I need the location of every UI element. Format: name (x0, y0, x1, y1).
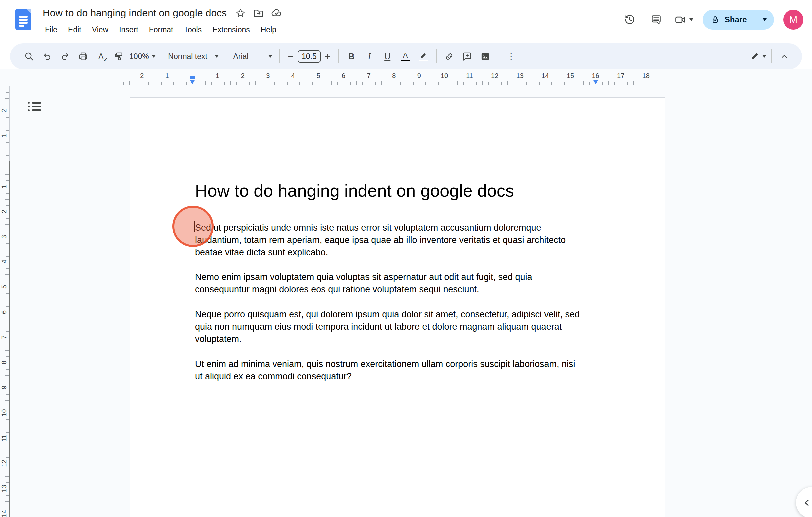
minus-icon: − (288, 51, 294, 61)
italic-button[interactable]: I (360, 49, 378, 64)
font-select[interactable]: Arial (230, 49, 276, 64)
paragraphs: Sed ut perspiciatis unde omnis iste natu… (195, 221, 598, 383)
h-ruler-number: 1 (216, 72, 219, 80)
spelling-check-button[interactable]: A ✓ (92, 49, 110, 64)
highlighter-icon (419, 52, 428, 61)
underline-button[interactable]: U (378, 49, 396, 64)
document-page[interactable]: How to do hanging indent on google docs … (130, 97, 665, 517)
join-call-button[interactable] (674, 14, 693, 26)
link-icon (444, 51, 454, 62)
menu-edit[interactable]: Edit (65, 24, 84, 36)
menu-insert[interactable]: Insert (116, 24, 141, 36)
toolbar-separator (498, 49, 499, 63)
h-ruler-number: 2 (140, 72, 144, 80)
header-actions: Share M (621, 9, 803, 31)
menu-extensions[interactable]: Extensions (209, 24, 253, 36)
h-ruler-number: 16 (592, 72, 599, 80)
paragraph-style-select[interactable]: Normal text (165, 49, 222, 64)
highlight-color-button[interactable] (414, 49, 432, 64)
document-title[interactable]: How to do hanging indent on google docs (43, 7, 227, 19)
page-content: How to do hanging indent on google docs … (130, 98, 665, 383)
v-ruler-number: 5 (0, 283, 8, 291)
right-indent-marker[interactable] (593, 80, 598, 84)
editing-mode-button[interactable] (748, 49, 768, 64)
comments-button[interactable] (648, 11, 665, 28)
v-ruler-number: 12 (0, 459, 8, 467)
toolbar-separator (226, 49, 226, 63)
zoom-value: 100% (129, 52, 149, 61)
insert-link-button[interactable] (440, 49, 458, 64)
first-line-indent-marker[interactable] (190, 75, 195, 79)
v-ruler-number: 2 (0, 107, 8, 115)
google-docs-app: How to do hanging indent on google docs … (0, 0, 812, 517)
star-button[interactable] (234, 7, 246, 19)
star-icon (235, 8, 246, 19)
font-value: Arial (233, 52, 248, 61)
version-history-button[interactable] (621, 11, 638, 28)
menu-file[interactable]: File (42, 24, 60, 36)
h-ruler-number: 2 (241, 72, 245, 80)
outline-icon (28, 102, 41, 103)
v-ruler-number: 8 (0, 359, 8, 366)
document-status-button[interactable] (270, 7, 283, 19)
document-title-row: How to do hanging indent on google docs (43, 7, 283, 19)
decrease-font-size-button[interactable]: − (284, 49, 298, 64)
vertical-ruler[interactable]: 211234567891011121314 (0, 86, 10, 517)
toolbar-separator (771, 49, 772, 63)
h-ruler-number: 7 (367, 72, 371, 80)
menu-view[interactable]: View (89, 24, 111, 36)
click-indicator (172, 206, 214, 247)
zoom-caret-icon (152, 55, 156, 58)
menu-tools[interactable]: Tools (181, 24, 205, 36)
h-ruler-number: 6 (342, 72, 345, 80)
v-ruler-number: 6 (0, 308, 8, 316)
text-color-button[interactable]: A (396, 49, 414, 64)
horizontal-ruler[interactable]: 21123456789101112131415161718 (0, 71, 812, 86)
camera-dropdown-caret-icon[interactable] (689, 18, 693, 21)
v-ruler-number: 2 (0, 208, 8, 215)
more-options-button[interactable]: ⋮ (502, 49, 520, 64)
increase-font-size-button[interactable]: + (321, 49, 335, 64)
undo-button[interactable] (38, 49, 56, 64)
overflow-menu-icon: ⋮ (507, 51, 516, 62)
share-caret-icon (763, 18, 767, 21)
print-button[interactable] (74, 49, 92, 64)
paragraph: Ut enim ad minima veniam, quis nostrum e… (195, 358, 598, 383)
menu-format[interactable]: Format (146, 24, 176, 36)
font-caret-icon (268, 55, 272, 58)
v-ruler-number: 10 (0, 409, 8, 417)
left-indent-marker[interactable] (190, 80, 195, 84)
search-menus-button[interactable] (20, 49, 38, 64)
v-ruler-number: 9 (0, 384, 8, 392)
toolbar-separator (161, 49, 161, 63)
account-avatar[interactable]: M (783, 10, 803, 30)
underline-icon: U (384, 52, 390, 61)
font-size-input[interactable]: 10.5 (298, 50, 321, 63)
add-comment-button[interactable] (458, 49, 476, 64)
bold-button[interactable]: B (342, 49, 360, 64)
toolbar: A ✓ 100% Normal text Arial − 10. (10, 43, 802, 69)
show-outline-button[interactable] (26, 100, 43, 113)
h-ruler-number: 17 (617, 72, 624, 80)
spellcheck-icon: A ✓ (98, 52, 103, 61)
style-value: Normal text (168, 52, 207, 61)
redo-button[interactable] (56, 49, 74, 64)
toolbar-right-group (748, 49, 794, 64)
share-dropdown-button[interactable] (755, 10, 774, 30)
hide-menus-button[interactable] (775, 49, 793, 64)
collapse-chevron-icon (779, 51, 789, 61)
h-ruler-number: 13 (516, 72, 524, 80)
lock-icon (710, 14, 720, 25)
menu-help[interactable]: Help (258, 24, 279, 36)
v-ruler-number: 3 (0, 233, 8, 241)
menu-bar: File Edit View Insert Format Tools Exten… (42, 24, 279, 36)
move-to-folder-button[interactable] (252, 7, 265, 19)
google-docs-logo-icon[interactable] (15, 9, 31, 30)
h-ruler-number: 8 (392, 72, 396, 80)
paint-format-button[interactable] (110, 49, 128, 64)
h-ruler-number: 11 (466, 72, 473, 80)
share-button[interactable]: Share (703, 10, 755, 30)
insert-image-button[interactable] (476, 49, 494, 64)
zoom-select[interactable]: 100% (128, 49, 157, 64)
plus-icon: + (325, 51, 331, 61)
